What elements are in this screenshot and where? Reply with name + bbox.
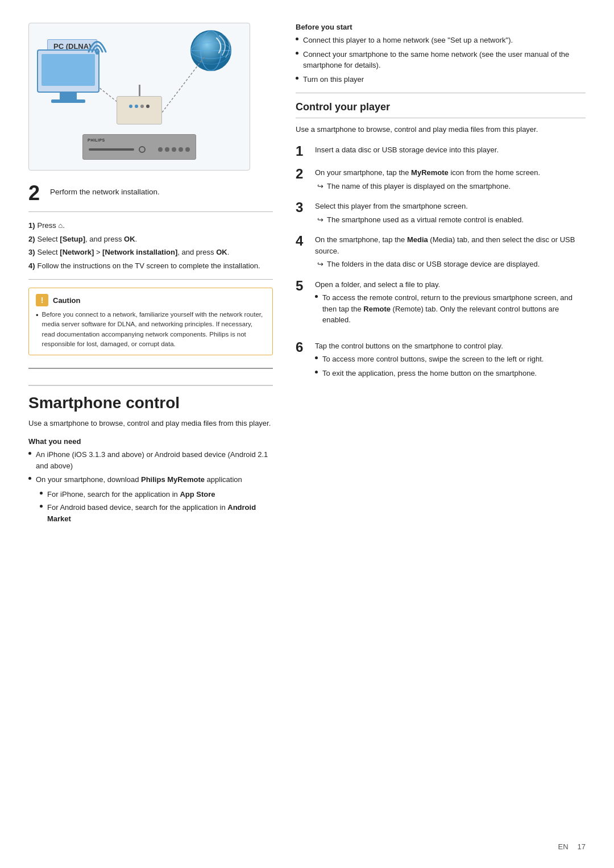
control-step-2: 2 On your smartphone, tap the MyRemote i… <box>296 167 586 192</box>
smartphone-section-title: Smartphone control <box>28 385 273 412</box>
control-step-3: 3 Select this player from the smartphone… <box>296 201 586 225</box>
need-item-1: An iPhone (iOS 3.1.3 and above) or Andro… <box>28 449 273 471</box>
caution-icon: ! <box>36 294 48 306</box>
control-step-5: 5 Open a folder, and select a file to pl… <box>296 279 586 331</box>
step2-heading: 2 Perform the network installation. <box>28 183 273 203</box>
divider2 <box>28 279 273 280</box>
android-market-item: For Android based device, search for the… <box>40 502 273 524</box>
app-store-item: For iPhone, search for the application i… <box>40 489 273 500</box>
control-step-6: 6 Tap the control buttons on the smartph… <box>296 340 586 385</box>
footer-page-num: 17 <box>578 842 586 851</box>
app-store-list: For iPhone, search for the application i… <box>40 489 273 527</box>
left-column: PC (DLNA) <box>28 23 273 834</box>
control-step-1: 1 Insert a data disc or USB storage devi… <box>296 144 586 158</box>
step6-bullets: To access more control buttons, swipe th… <box>315 354 586 379</box>
step2-text: Perform the network installation. <box>50 183 160 198</box>
before-start-1: Connect this player to a home network (s… <box>296 35 586 46</box>
step2-number: 2 <box>28 183 44 203</box>
caution-text: • Before you connect to a network, famil… <box>36 310 265 349</box>
caution-title: Caution <box>53 296 80 305</box>
control-steps-list: 1 Insert a data disc or USB storage devi… <box>296 144 586 384</box>
step4-arrow: ↪ The folders in the data disc or USB st… <box>317 259 586 270</box>
network-step-1: 1) Press ⌂. <box>28 220 273 231</box>
step5-bullets: To access the remote control, return to … <box>315 292 586 326</box>
what-you-need-title: What you need <box>28 437 273 446</box>
need-item-2: On your smartphone, download Philips MyR… <box>28 474 273 526</box>
before-start-3: Turn on this player <box>296 74 586 85</box>
caution-box: ! Caution • Before you connect to a netw… <box>28 288 273 355</box>
network-step-4: 4) Follow the instructions on the TV scr… <box>28 260 273 272</box>
caution-header: ! Caution <box>36 294 265 306</box>
divider3 <box>28 368 273 369</box>
smartphone-intro: Use a smartphone to browse, control and … <box>28 418 273 429</box>
before-start-list: Connect this player to a home network (s… <box>296 35 586 85</box>
before-start-2: Connect your smartphone to the same home… <box>296 49 586 71</box>
footer-lang: EN <box>558 842 568 851</box>
diagram-area: PC (DLNA) <box>28 23 250 171</box>
step2-arrow: ↪ The name of this player is displayed o… <box>317 181 586 192</box>
footer: EN 17 <box>558 842 586 851</box>
router-shape <box>117 85 162 124</box>
what-you-need-list: An iPhone (iOS 3.1.3 and above) or Andro… <box>28 449 273 526</box>
control-intro: Use a smartphone to browse, control and … <box>296 124 586 135</box>
control-step-4: 4 On the smartphone, tap the Media (Medi… <box>296 234 586 270</box>
divider1 <box>28 211 273 212</box>
network-steps-list: 1) Press ⌂. 2) Select [Setup], and press… <box>28 220 273 271</box>
right-column: Before you start Connect this player to … <box>296 23 586 834</box>
network-step-2: 2) Select [Setup], and press OK. <box>28 234 273 245</box>
select-player-text: Select this player from the smartphone s… <box>315 201 586 212</box>
right-divider <box>296 93 586 93</box>
step3-arrow: ↪ The smartphone used as a virtual remot… <box>317 214 586 226</box>
network-step-3: 3) Select [Network] > [Network installat… <box>28 247 273 258</box>
before-start-title: Before you start <box>296 23 586 31</box>
player-shape: PHILIPS <box>82 134 196 160</box>
control-section-title: Control your player <box>296 101 586 118</box>
svg-line-7 <box>159 57 204 117</box>
